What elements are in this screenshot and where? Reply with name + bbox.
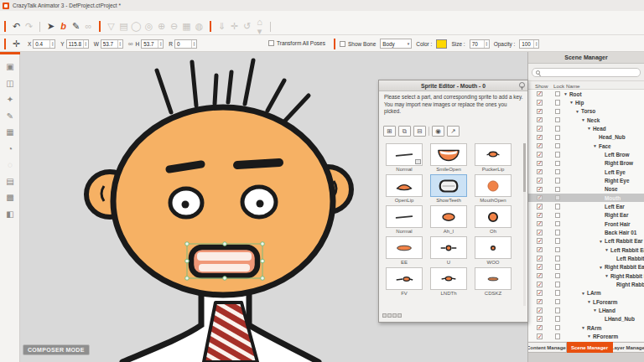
Hip[interactable]: ✓ ▼ Hip: [528, 98, 644, 106]
sprite-item[interactable]: LNDTh: [428, 267, 469, 296]
sprite-thumb[interactable]: [430, 267, 467, 290]
replace-sprite-button[interactable]: ⧉: [398, 126, 411, 137]
Right Rabbit Ear 02[interactable]: ✓ ▼ Right Rabbit Ear 02: [528, 272, 644, 280]
show-checkbox[interactable]: ✓: [537, 273, 543, 279]
toolbar-icon[interactable]: [39, 22, 40, 32]
scene-search-box[interactable]: [532, 68, 641, 77]
animation-icon[interactable]: ✦: [0, 91, 20, 108]
checkbox-box[interactable]: [340, 41, 345, 47]
expander-icon[interactable]: ▼: [581, 117, 587, 122]
right-brow[interactable]: [237, 163, 279, 165]
Left Rabbit Ear 02[interactable]: ✓ ▼ Left Rabbit Ear 02: [528, 246, 644, 254]
sprite-thumb[interactable]: [430, 205, 467, 228]
expander-icon[interactable]: ▼: [605, 247, 610, 252]
Neck[interactable]: ✓ ▼ Neck: [528, 116, 644, 124]
actor-icon[interactable]: ◫: [0, 75, 20, 92]
tab-scene-manager[interactable]: Scene Manager: [567, 342, 613, 353]
show-checkbox[interactable]: ✓: [537, 282, 543, 287]
sprite-item[interactable]: EE: [384, 236, 424, 265]
sprite-item[interactable]: MouthOpen: [473, 174, 513, 203]
sprite-item[interactable]: U: [428, 236, 469, 265]
pin-icon[interactable]: [519, 82, 524, 90]
sprite-thumb[interactable]: [475, 174, 512, 197]
search-input[interactable]: [543, 70, 626, 76]
opacity-input[interactable]: 100▴▾: [519, 39, 539, 49]
rotate-view-icon[interactable]: ↺: [241, 22, 253, 31]
lock-checkbox[interactable]: [555, 282, 561, 287]
expander-icon[interactable]: ▼: [581, 325, 587, 330]
sprite-thumb[interactable]: [475, 267, 512, 290]
tab-layer-manager[interactable]: Layer Manager: [613, 342, 644, 353]
show-checkbox[interactable]: ✓: [537, 161, 543, 167]
Nose[interactable]: ✓ ▼ Nose: [528, 185, 644, 194]
undo-icon[interactable]: ↶: [10, 22, 23, 31]
lock-checkbox[interactable]: [555, 325, 561, 331]
select-tool-icon[interactable]: ➤: [44, 22, 57, 31]
sprite-editor-header[interactable]: Sprite Editor - Mouth - 0: [379, 80, 527, 91]
scrollbar-thumb[interactable]: [523, 143, 526, 192]
thumbnail-size-selector[interactable]: [382, 313, 402, 318]
expander-icon[interactable]: ▼: [587, 299, 593, 304]
lock-aspect-icon[interactable]: ∞: [128, 40, 133, 48]
Left Rabbit Ear_Nub[interactable]: ✓ ▼ Left Rabbit Ear_Nub: [528, 254, 644, 262]
expander-icon[interactable]: ▼: [587, 334, 593, 339]
sprite-swap-icon[interactable]: ▤: [117, 22, 130, 31]
sprite-thumb[interactable]: [386, 267, 423, 290]
sprite-thumb[interactable]: [386, 205, 423, 228]
expander-icon[interactable]: ▼: [593, 308, 599, 313]
rotate-cw-icon[interactable]: ◎: [143, 22, 155, 31]
sprite-thumb[interactable]: [475, 236, 512, 259]
r-spinner[interactable]: ▴▾: [191, 40, 196, 48]
RArm[interactable]: ✓ ▼ RArm: [528, 323, 644, 332]
pen-tool-icon[interactable]: ✎: [70, 22, 82, 31]
opacity-spinner[interactable]: ▴▾: [533, 40, 538, 48]
left-brow[interactable]: [169, 164, 201, 169]
lock-checkbox[interactable]: [555, 273, 561, 279]
sprite-item[interactable]: WOO: [473, 236, 513, 265]
layer-select[interactable]: Body ▾: [380, 39, 412, 49]
show-checkbox[interactable]: ✓: [537, 169, 543, 175]
lock-checkbox[interactable]: [555, 299, 561, 305]
sprite-grid-scrollbar[interactable]: [523, 143, 526, 306]
h-input[interactable]: 53.7▴▾: [141, 39, 164, 49]
lock-checkbox[interactable]: [555, 117, 561, 123]
expander-icon[interactable]: ▼: [599, 239, 605, 244]
y-spinner[interactable]: ▴▾: [83, 40, 88, 48]
lock-checkbox[interactable]: [555, 135, 561, 141]
show-checkbox[interactable]: ✓: [537, 109, 543, 115]
home-view-icon[interactable]: ⌂ ▾: [253, 18, 266, 36]
expander-icon[interactable]: ▼: [581, 291, 587, 296]
y-input[interactable]: 115.8▴▾: [66, 39, 89, 49]
sprite-item[interactable]: Oh: [473, 205, 513, 234]
h-spinner[interactable]: ▴▾: [158, 40, 163, 48]
LArm[interactable]: ✓ ▼ LArm: [528, 289, 644, 297]
Right Eye[interactable]: ✓ ▼ Right Eye: [528, 176, 644, 184]
LForearm[interactable]: ✓ ▼ LForearm: [528, 297, 644, 306]
transform-all-poses-checkbox[interactable]: Transform All Poses: [268, 40, 325, 46]
x-input[interactable]: 0.4▴▾: [33, 39, 55, 49]
lock-checkbox[interactable]: [555, 195, 561, 201]
zoom-in-icon[interactable]: ⊕: [155, 22, 168, 31]
lock-checkbox[interactable]: [555, 238, 561, 244]
lock-checkbox[interactable]: [555, 247, 561, 253]
show-checkbox[interactable]: ✓: [537, 135, 543, 141]
sprite-item[interactable]: CDSKZ: [473, 267, 513, 296]
mouth-sprite[interactable]: [191, 247, 257, 276]
checkbox-box[interactable]: [268, 40, 274, 46]
remove-sprite-button[interactable]: ⊟: [413, 126, 426, 137]
show-checkbox[interactable]: ✓: [537, 308, 543, 313]
face-puppet-icon[interactable]: ▽: [105, 22, 117, 31]
show-checkbox[interactable]: ✓: [537, 334, 543, 339]
Root[interactable]: ✓ ▼ Root: [528, 90, 644, 98]
toolbar-icon[interactable]: [270, 22, 271, 32]
color-swatch[interactable]: [436, 39, 447, 49]
LHand_Nub[interactable]: ✓ ▼ LHand_Nub: [528, 315, 644, 323]
mask-icon[interactable]: ▦: [180, 22, 193, 31]
lock-checkbox[interactable]: [555, 178, 561, 184]
show-checkbox[interactable]: ✓: [537, 264, 543, 270]
lock-checkbox[interactable]: [555, 221, 561, 227]
Right Rabbit Ear 01[interactable]: ✓ ▼ Right Rabbit Ear 01: [528, 263, 644, 272]
toolbar-icon[interactable]: [99, 21, 101, 32]
show-checkbox[interactable]: ✓: [537, 195, 543, 201]
sprite-thumb[interactable]: [430, 143, 467, 166]
